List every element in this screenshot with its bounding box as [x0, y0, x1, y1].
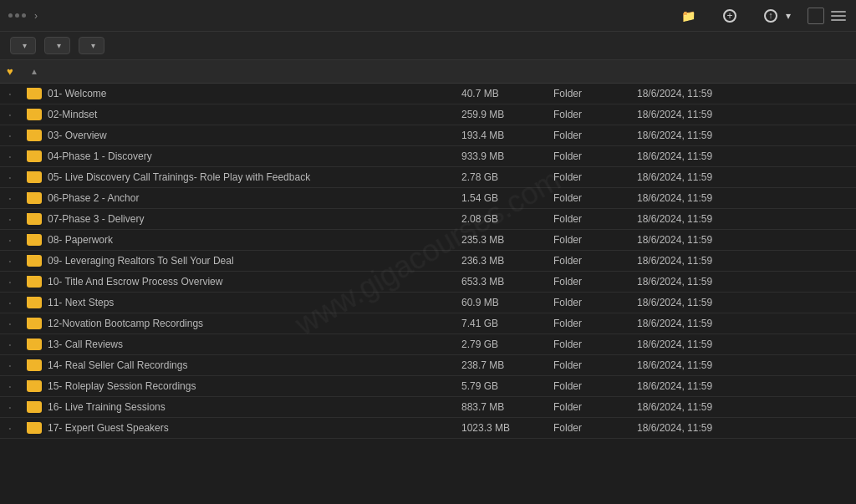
row-size: 2.78 GB: [455, 171, 547, 183]
row-size: 2.08 GB: [455, 213, 547, 225]
row-name-text: 13- Call Reviews: [48, 339, 123, 350]
create-folder-button[interactable]: +: [716, 7, 747, 25]
th-name[interactable]: ▲: [20, 67, 455, 76]
table-row[interactable]: • 17- Expert Guest Speakers 1023.3 MB Fo…: [0, 418, 856, 439]
row-name: 05- Live Discovery Call Trainings- Role …: [20, 171, 455, 183]
table-row[interactable]: • 06-Phase 2 - Anchor 1.54 GB Folder 18/…: [0, 188, 856, 209]
table-row[interactable]: • 01- Welcome 40.7 MB Folder 18/6/2024, …: [0, 84, 856, 104]
row-date-added: 18/6/2024, 11:59: [630, 297, 747, 308]
row-date-added: 18/6/2024, 11:59: [630, 88, 747, 99]
type-filter-button[interactable]: ▾: [10, 37, 36, 54]
table-row[interactable]: • 13- Call Reviews 2.79 GB Folder 18/6/2…: [0, 334, 856, 355]
table-row[interactable]: • 03- Overview 193.4 MB Folder 18/6/2024…: [0, 125, 856, 146]
upload-button[interactable]: ↑ ▾: [757, 7, 797, 25]
row-date-added: 18/6/2024, 11:59: [630, 130, 747, 141]
row-name: 04-Phase 1 - Discovery: [20, 150, 455, 162]
row-bullet: •: [0, 174, 20, 181]
row-type: Folder: [547, 359, 630, 371]
folder-icon: [27, 380, 42, 392]
row-type: Folder: [547, 380, 630, 392]
row-bullet: •: [0, 111, 20, 119]
row-date-added: 18/6/2024, 11:59: [630, 234, 747, 246]
row-name: 01- Welcome: [20, 88, 455, 99]
row-name-text: 11- Next Steps: [48, 297, 114, 308]
grid-view-button[interactable]: [808, 8, 824, 24]
table-row[interactable]: • 05- Live Discovery Call Trainings- Rol…: [0, 167, 856, 188]
row-size: 1.54 GB: [455, 192, 547, 204]
row-date-added: 18/6/2024, 11:59: [630, 318, 747, 329]
folder-icon: [27, 339, 42, 350]
row-type: Folder: [547, 422, 630, 434]
row-name: 13- Call Reviews: [20, 339, 455, 350]
row-name: 15- Roleplay Session Recordings: [20, 380, 455, 392]
row-size: 236.3 MB: [455, 255, 547, 267]
row-name: 14- Real Seller Call Recordings: [20, 359, 455, 371]
table-row[interactable]: • 08- Paperwork 235.3 MB Folder 18/6/202…: [0, 230, 856, 251]
row-bullet: •: [0, 320, 20, 328]
row-date-added: 18/6/2024, 11:59: [630, 401, 747, 413]
row-name-text: 04-Phase 1 - Discovery: [48, 150, 152, 162]
row-name-text: 06-Phase 2 - Anchor: [48, 192, 139, 204]
table-row[interactable]: • 11- Next Steps 60.9 MB Folder 18/6/202…: [0, 293, 856, 313]
row-size: 883.7 MB: [455, 401, 547, 413]
row-type: Folder: [547, 213, 630, 225]
table-row[interactable]: • 12-Novation Bootcamp Recordings 7.41 G…: [0, 313, 856, 334]
table-row[interactable]: • 02-Mindset 259.9 MB Folder 18/6/2024, …: [0, 104, 856, 125]
folder-share-icon: 📁: [681, 9, 696, 23]
row-size: 7.41 GB: [455, 318, 547, 329]
upload-icon: ↑: [764, 9, 777, 23]
row-name-text: 12-Novation Bootcamp Recordings: [48, 318, 203, 329]
row-name: 02-Mindset: [20, 109, 455, 120]
row-type: Folder: [547, 234, 630, 246]
row-type: Folder: [547, 339, 630, 350]
row-name: 08- Paperwork: [20, 234, 455, 246]
row-name-text: 14- Real Seller Call Recordings: [48, 359, 187, 371]
table-row[interactable]: • 04-Phase 1 - Discovery 933.9 MB Folder…: [0, 146, 856, 167]
row-date-added: 18/6/2024, 11:59: [630, 192, 747, 204]
row-type: Folder: [547, 276, 630, 288]
row-bullet: •: [0, 132, 20, 140]
row-size: 933.9 MB: [455, 150, 547, 162]
folder-icon: [27, 150, 42, 162]
row-name-text: 09- Leveraging Realtors To Sell Your Dea…: [48, 255, 234, 267]
table-row[interactable]: • 09- Leveraging Realtors To Sell Your D…: [0, 251, 856, 272]
date-added-filter-button[interactable]: ▾: [79, 37, 104, 54]
row-date-added: 18/6/2024, 11:59: [630, 422, 747, 434]
row-size: 2.79 GB: [455, 339, 547, 350]
table-row[interactable]: • 07-Phase 3 - Delivery 2.08 GB Folder 1…: [0, 209, 856, 230]
filter-bar: ▾ ▾ ▾: [0, 32, 856, 60]
folder-icon: [27, 297, 42, 308]
row-name-text: 16- Live Training Sessions: [48, 401, 166, 413]
folder-icon: [27, 255, 42, 267]
row-size: 40.7 MB: [455, 88, 547, 99]
top-bar: › 📁 + ↑ ▾: [0, 0, 856, 32]
list-view-button[interactable]: [829, 8, 848, 24]
table-header: ♥ ▲: [0, 60, 856, 84]
row-name-text: 07-Phase 3 - Delivery: [48, 213, 144, 225]
row-name-text: 01- Welcome: [48, 88, 106, 99]
row-name: 12-Novation Bootcamp Recordings: [20, 318, 455, 329]
share-folder-button[interactable]: 📁: [675, 7, 706, 25]
folder-icon: [27, 213, 42, 225]
date-added-chevron-icon: ▾: [91, 41, 95, 50]
row-date-added: 18/6/2024, 11:59: [630, 255, 747, 267]
row-name: 06-Phase 2 - Anchor: [20, 192, 455, 204]
row-date-added: 18/6/2024, 11:59: [630, 339, 747, 350]
row-bullet: •: [0, 90, 20, 98]
row-bullet: •: [0, 216, 20, 223]
folder-icon: [27, 130, 42, 141]
folder-icon: [27, 88, 42, 99]
folder-icon: [27, 359, 42, 371]
row-size: 5.79 GB: [455, 380, 547, 392]
row-name: 16- Live Training Sessions: [20, 401, 455, 413]
table-row[interactable]: • 16- Live Training Sessions 883.7 MB Fo…: [0, 397, 856, 418]
dots-menu[interactable]: [8, 13, 26, 18]
last-modified-filter-button[interactable]: ▾: [44, 37, 70, 54]
row-bullet: •: [0, 237, 20, 244]
th-favorite: ♥: [0, 65, 20, 78]
table-row[interactable]: • 14- Real Seller Call Recordings 238.7 …: [0, 355, 856, 376]
row-date-added: 18/6/2024, 11:59: [630, 213, 747, 225]
table-body: • 01- Welcome 40.7 MB Folder 18/6/2024, …: [0, 84, 856, 497]
table-row[interactable]: • 10- Title And Escrow Process Overview …: [0, 272, 856, 293]
table-row[interactable]: • 15- Roleplay Session Recordings 5.79 G…: [0, 376, 856, 397]
